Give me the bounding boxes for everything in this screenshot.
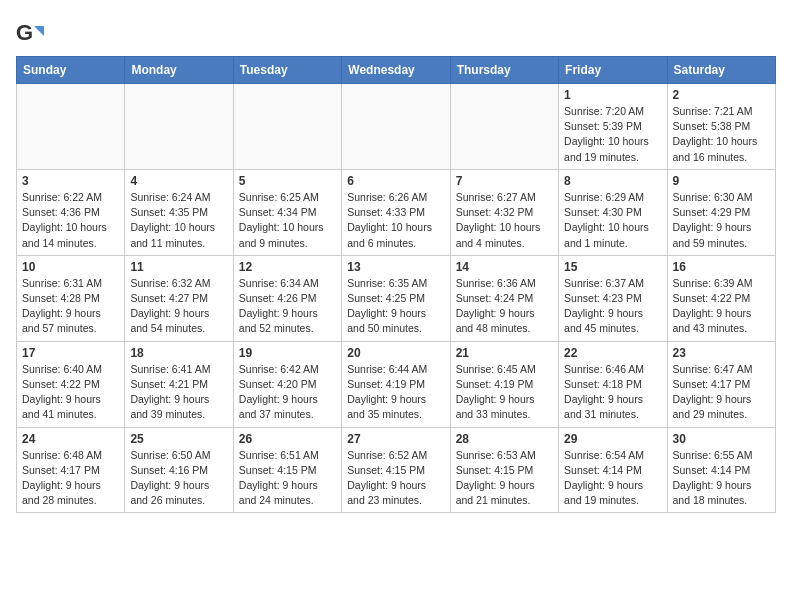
day-info: Sunrise: 6:47 AM Sunset: 4:17 PM Dayligh… [673, 362, 770, 423]
day-info: Sunrise: 6:26 AM Sunset: 4:33 PM Dayligh… [347, 190, 444, 251]
day-number: 28 [456, 432, 553, 446]
day-info: Sunrise: 6:35 AM Sunset: 4:25 PM Dayligh… [347, 276, 444, 337]
calendar-cell: 23Sunrise: 6:47 AM Sunset: 4:17 PM Dayli… [667, 341, 775, 427]
day-number: 25 [130, 432, 227, 446]
day-number: 23 [673, 346, 770, 360]
day-info: Sunrise: 6:48 AM Sunset: 4:17 PM Dayligh… [22, 448, 119, 509]
day-info: Sunrise: 6:22 AM Sunset: 4:36 PM Dayligh… [22, 190, 119, 251]
day-number: 18 [130, 346, 227, 360]
calendar-cell: 4Sunrise: 6:24 AM Sunset: 4:35 PM Daylig… [125, 169, 233, 255]
day-number: 13 [347, 260, 444, 274]
calendar-cell: 16Sunrise: 6:39 AM Sunset: 4:22 PM Dayli… [667, 255, 775, 341]
calendar-cell: 18Sunrise: 6:41 AM Sunset: 4:21 PM Dayli… [125, 341, 233, 427]
calendar-cell: 21Sunrise: 6:45 AM Sunset: 4:19 PM Dayli… [450, 341, 558, 427]
day-number: 27 [347, 432, 444, 446]
day-info: Sunrise: 6:54 AM Sunset: 4:14 PM Dayligh… [564, 448, 661, 509]
day-info: Sunrise: 6:29 AM Sunset: 4:30 PM Dayligh… [564, 190, 661, 251]
day-info: Sunrise: 6:40 AM Sunset: 4:22 PM Dayligh… [22, 362, 119, 423]
calendar-cell: 25Sunrise: 6:50 AM Sunset: 4:16 PM Dayli… [125, 427, 233, 513]
header: G [16, 16, 776, 48]
calendar-cell: 19Sunrise: 6:42 AM Sunset: 4:20 PM Dayli… [233, 341, 341, 427]
day-number: 8 [564, 174, 661, 188]
calendar-week-row: 24Sunrise: 6:48 AM Sunset: 4:17 PM Dayli… [17, 427, 776, 513]
calendar-table: SundayMondayTuesdayWednesdayThursdayFrid… [16, 56, 776, 513]
day-number: 6 [347, 174, 444, 188]
day-of-week-header: Saturday [667, 57, 775, 84]
day-number: 30 [673, 432, 770, 446]
day-number: 9 [673, 174, 770, 188]
day-number: 12 [239, 260, 336, 274]
logo-icon: G [16, 20, 44, 48]
day-number: 1 [564, 88, 661, 102]
calendar-cell: 3Sunrise: 6:22 AM Sunset: 4:36 PM Daylig… [17, 169, 125, 255]
day-of-week-header: Tuesday [233, 57, 341, 84]
day-info: Sunrise: 6:37 AM Sunset: 4:23 PM Dayligh… [564, 276, 661, 337]
day-number: 22 [564, 346, 661, 360]
day-number: 4 [130, 174, 227, 188]
calendar-cell: 13Sunrise: 6:35 AM Sunset: 4:25 PM Dayli… [342, 255, 450, 341]
day-of-week-header: Wednesday [342, 57, 450, 84]
day-info: Sunrise: 6:39 AM Sunset: 4:22 PM Dayligh… [673, 276, 770, 337]
day-info: Sunrise: 7:20 AM Sunset: 5:39 PM Dayligh… [564, 104, 661, 165]
day-info: Sunrise: 6:25 AM Sunset: 4:34 PM Dayligh… [239, 190, 336, 251]
calendar-cell: 7Sunrise: 6:27 AM Sunset: 4:32 PM Daylig… [450, 169, 558, 255]
day-info: Sunrise: 7:21 AM Sunset: 5:38 PM Dayligh… [673, 104, 770, 165]
day-number: 7 [456, 174, 553, 188]
calendar-cell: 26Sunrise: 6:51 AM Sunset: 4:15 PM Dayli… [233, 427, 341, 513]
calendar-cell: 14Sunrise: 6:36 AM Sunset: 4:24 PM Dayli… [450, 255, 558, 341]
calendar-week-row: 3Sunrise: 6:22 AM Sunset: 4:36 PM Daylig… [17, 169, 776, 255]
calendar-cell: 12Sunrise: 6:34 AM Sunset: 4:26 PM Dayli… [233, 255, 341, 341]
day-info: Sunrise: 6:41 AM Sunset: 4:21 PM Dayligh… [130, 362, 227, 423]
calendar-cell: 28Sunrise: 6:53 AM Sunset: 4:15 PM Dayli… [450, 427, 558, 513]
day-info: Sunrise: 6:45 AM Sunset: 4:19 PM Dayligh… [456, 362, 553, 423]
day-number: 24 [22, 432, 119, 446]
calendar-cell: 10Sunrise: 6:31 AM Sunset: 4:28 PM Dayli… [17, 255, 125, 341]
calendar-cell [17, 84, 125, 170]
calendar-cell [233, 84, 341, 170]
day-number: 29 [564, 432, 661, 446]
day-info: Sunrise: 6:24 AM Sunset: 4:35 PM Dayligh… [130, 190, 227, 251]
day-number: 16 [673, 260, 770, 274]
day-info: Sunrise: 6:55 AM Sunset: 4:14 PM Dayligh… [673, 448, 770, 509]
day-info: Sunrise: 6:51 AM Sunset: 4:15 PM Dayligh… [239, 448, 336, 509]
calendar-cell: 1Sunrise: 7:20 AM Sunset: 5:39 PM Daylig… [559, 84, 667, 170]
day-of-week-header: Sunday [17, 57, 125, 84]
calendar-cell: 8Sunrise: 6:29 AM Sunset: 4:30 PM Daylig… [559, 169, 667, 255]
day-info: Sunrise: 6:52 AM Sunset: 4:15 PM Dayligh… [347, 448, 444, 509]
calendar-cell: 27Sunrise: 6:52 AM Sunset: 4:15 PM Dayli… [342, 427, 450, 513]
calendar-cell: 30Sunrise: 6:55 AM Sunset: 4:14 PM Dayli… [667, 427, 775, 513]
day-number: 19 [239, 346, 336, 360]
day-of-week-header: Monday [125, 57, 233, 84]
calendar-cell: 5Sunrise: 6:25 AM Sunset: 4:34 PM Daylig… [233, 169, 341, 255]
calendar-cell: 20Sunrise: 6:44 AM Sunset: 4:19 PM Dayli… [342, 341, 450, 427]
day-info: Sunrise: 6:36 AM Sunset: 4:24 PM Dayligh… [456, 276, 553, 337]
calendar-cell: 15Sunrise: 6:37 AM Sunset: 4:23 PM Dayli… [559, 255, 667, 341]
day-info: Sunrise: 6:50 AM Sunset: 4:16 PM Dayligh… [130, 448, 227, 509]
day-of-week-header: Thursday [450, 57, 558, 84]
day-number: 21 [456, 346, 553, 360]
day-number: 11 [130, 260, 227, 274]
day-info: Sunrise: 6:46 AM Sunset: 4:18 PM Dayligh… [564, 362, 661, 423]
calendar-cell: 6Sunrise: 6:26 AM Sunset: 4:33 PM Daylig… [342, 169, 450, 255]
calendar-cell: 22Sunrise: 6:46 AM Sunset: 4:18 PM Dayli… [559, 341, 667, 427]
day-info: Sunrise: 6:53 AM Sunset: 4:15 PM Dayligh… [456, 448, 553, 509]
svg-text:G: G [16, 20, 33, 45]
calendar-header-row: SundayMondayTuesdayWednesdayThursdayFrid… [17, 57, 776, 84]
calendar-cell: 17Sunrise: 6:40 AM Sunset: 4:22 PM Dayli… [17, 341, 125, 427]
day-number: 15 [564, 260, 661, 274]
day-number: 3 [22, 174, 119, 188]
day-info: Sunrise: 6:42 AM Sunset: 4:20 PM Dayligh… [239, 362, 336, 423]
calendar-week-row: 10Sunrise: 6:31 AM Sunset: 4:28 PM Dayli… [17, 255, 776, 341]
day-number: 10 [22, 260, 119, 274]
day-of-week-header: Friday [559, 57, 667, 84]
day-info: Sunrise: 6:31 AM Sunset: 4:28 PM Dayligh… [22, 276, 119, 337]
calendar-cell [450, 84, 558, 170]
calendar-cell [342, 84, 450, 170]
calendar-cell: 11Sunrise: 6:32 AM Sunset: 4:27 PM Dayli… [125, 255, 233, 341]
svg-marker-1 [34, 26, 44, 36]
day-number: 17 [22, 346, 119, 360]
calendar-cell: 24Sunrise: 6:48 AM Sunset: 4:17 PM Dayli… [17, 427, 125, 513]
logo: G [16, 20, 46, 48]
day-info: Sunrise: 6:44 AM Sunset: 4:19 PM Dayligh… [347, 362, 444, 423]
calendar-cell: 2Sunrise: 7:21 AM Sunset: 5:38 PM Daylig… [667, 84, 775, 170]
